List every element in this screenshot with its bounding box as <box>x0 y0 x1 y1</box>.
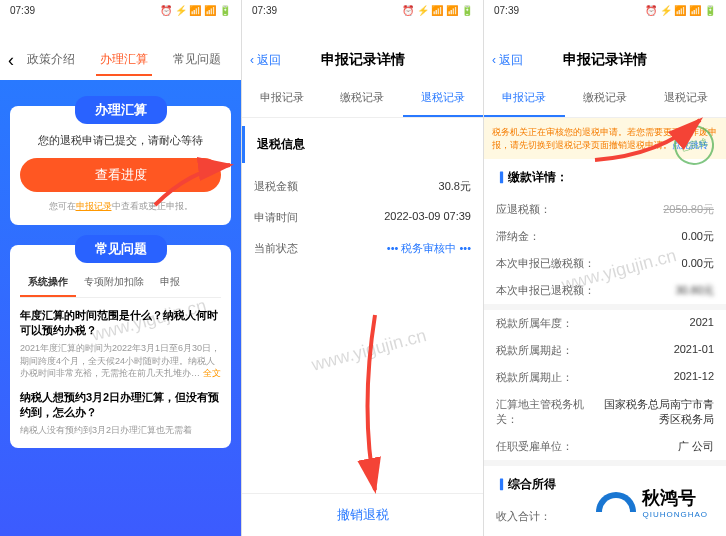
table-row: 税款所属年度： 2021 <box>484 310 726 337</box>
card-title: 常见问题 <box>75 235 167 263</box>
faq-tab-deduct[interactable]: 专项附加扣除 <box>76 269 152 297</box>
table-row: 本次申报已缴税额： 0.00元 <box>484 250 726 277</box>
tab-refund-record[interactable]: 退税记录 <box>403 80 483 117</box>
faq-answer-2: 纳税人没有预约到3月2日办理汇算也无需着 <box>20 424 221 437</box>
value-status[interactable]: ••• 税务审核中 ••• <box>387 241 471 256</box>
header: ‹ 返回 申报记录详情 <box>242 40 483 80</box>
header: ‹ 政策介绍 办理汇算 常见问题 <box>0 40 241 80</box>
header: ‹ 返回 申报记录详情 <box>484 40 726 80</box>
phone-screen-3: 07:39 ⏰ ⚡ 📶 📶 🔋 ‹ 返回 申报记录详情 申报记录 缴税记录 退税… <box>484 0 726 536</box>
table-row: 税款所属期止： 2021-12 <box>484 364 726 391</box>
value-period-start: 2021-01 <box>674 343 714 358</box>
tab-faq[interactable]: 常见问题 <box>169 45 225 76</box>
faq-card: 常见问题 系统操作 专项附加扣除 申报 年度汇算的时间范围是什么？纳税人何时可以… <box>10 245 231 448</box>
read-more-link[interactable]: 全文 <box>203 368 221 378</box>
status-bar: 07:39 ⏰ ⚡ 📶 📶 🔋 <box>0 0 241 20</box>
status-bar: 07:39 ⏰ ⚡ 📶 📶 🔋 <box>484 0 726 20</box>
value-period-end: 2021-12 <box>674 370 714 385</box>
refund-info-title: 退税信息 <box>242 126 483 163</box>
page-title: 申报记录详情 <box>321 51 405 69</box>
record-tabs: 申报记录 缴税记录 退税记录 <box>484 80 726 118</box>
tab-policy[interactable]: 政策介绍 <box>23 45 79 76</box>
value-refund-amount: 30.8元 <box>439 179 471 194</box>
back-button[interactable]: ‹ 返回 <box>250 52 281 69</box>
table-row: 税款所属期起： 2021-01 <box>484 337 726 364</box>
status-time: 07:39 <box>252 5 277 16</box>
value-apply-time: 2022-03-09 07:39 <box>384 210 471 225</box>
status-icons: ⏰ ⚡ 📶 📶 🔋 <box>402 5 473 16</box>
process-card: 办理汇算 您的退税申请已提交，请耐心等待 查看进度 您可在申报记录中查看或更正申… <box>10 106 231 225</box>
tab-declare-record[interactable]: 申报记录 <box>242 80 322 117</box>
value-late-fee: 0.00元 <box>682 229 714 244</box>
page-title: 申报记录详情 <box>563 51 647 69</box>
label-apply-time: 申请时间 <box>254 210 298 225</box>
logo-cn: 秋鸿号 <box>642 486 708 510</box>
status-bar: 07:39 ⏰ ⚡ 📶 📶 🔋 <box>242 0 483 20</box>
phone-screen-2: 07:39 ⏰ ⚡ 📶 📶 🔋 ‹ 返回 申报记录详情 申报记录 缴税记录 退税… <box>242 0 484 536</box>
logo-icon <box>596 482 636 522</box>
tab-process[interactable]: 办理汇算 <box>96 45 152 76</box>
table-row: 退税金额 30.8元 <box>242 171 483 202</box>
status-icons: ⏰ ⚡ 📶 📶 🔋 <box>645 5 716 16</box>
value-employer: 广 公司 <box>678 439 714 454</box>
record-link[interactable]: 申报记录 <box>76 201 112 211</box>
submit-message: 您的退税申请已提交，请耐心等待 <box>20 133 221 148</box>
faq-tabs: 系统操作 专项附加扣除 申报 <box>20 269 221 298</box>
faq-tab-declare[interactable]: 申报 <box>152 269 188 297</box>
back-button[interactable]: ‹ 返回 <box>492 52 523 69</box>
table-row: 任职受雇单位： 广 公司 <box>484 433 726 460</box>
phone-screen-1: 07:39 ⏰ ⚡ 📶 📶 🔋 ‹ 政策介绍 办理汇算 常见问题 办理汇算 您的… <box>0 0 242 536</box>
cancel-refund-button[interactable]: 撤销退税 <box>242 493 483 536</box>
tab-refund-record[interactable]: 退税记录 <box>645 80 726 117</box>
table-row: 滞纳金： 0.00元 <box>484 223 726 250</box>
value-tax-authority: 国家税务总局南宁市青秀区税务局 <box>594 397 714 427</box>
label-refund-amount: 退税金额 <box>254 179 298 194</box>
tab-declare-record[interactable]: 申报记录 <box>484 80 565 117</box>
faq-question-1[interactable]: 年度汇算的时间范围是什么？纳税人何时可以预约办税？ <box>20 308 221 338</box>
status-time: 07:39 <box>494 5 519 16</box>
table-row: 当前状态 ••• 税务审核中 ••• <box>242 233 483 264</box>
table-row: 汇算地主管税务机关： 国家税务总局南宁市青秀区税务局 <box>484 391 726 433</box>
record-tabs: 申报记录 缴税记录 退税记录 <box>242 80 483 118</box>
label-income-total: 收入合计： <box>496 509 551 524</box>
table-row: 应退税额： 2050.80元 <box>484 196 726 223</box>
hint-text: 您可在申报记录中查看或更正申报。 <box>20 200 221 213</box>
faq-tab-system[interactable]: 系统操作 <box>20 269 76 297</box>
value-refunded: 30.80元 <box>675 283 714 298</box>
status-time: 07:39 <box>10 5 35 16</box>
faq-answer-1: 2021年度汇算的时间为2022年3月1日至6月30日，期间跨度4个月，全天候2… <box>20 342 221 380</box>
brand-logo: 秋鸿号 QIUHONGHAO <box>588 478 716 526</box>
view-progress-button[interactable]: 查看进度 <box>20 158 221 192</box>
logo-en: QIUHONGHAO <box>642 510 708 519</box>
value-tax-year: 2021 <box>690 316 714 331</box>
main-tabs: 政策介绍 办理汇算 常见问题 <box>14 45 233 76</box>
tab-pay-record[interactable]: 缴税记录 <box>565 80 646 117</box>
label-status: 当前状态 <box>254 241 298 256</box>
body: 办理汇算 您的退税申请已提交，请耐心等待 查看进度 您可在申报记录中查看或更正申… <box>0 80 241 536</box>
table-row: 本次申报已退税额： 30.80元 <box>484 277 726 304</box>
faq-question-2[interactable]: 纳税人想预约3月2日办理汇算，但没有预约到，怎么办？ <box>20 390 221 420</box>
value-paid: 0.00元 <box>682 256 714 271</box>
value-refund-due: 2050.80元 <box>663 202 714 217</box>
tab-pay-record[interactable]: 缴税记录 <box>322 80 402 117</box>
status-icons: ⏰ ⚡ 📶 📶 🔋 <box>160 5 231 16</box>
table-row: 申请时间 2022-03-09 07:39 <box>242 202 483 233</box>
card-title: 办理汇算 <box>75 96 167 124</box>
